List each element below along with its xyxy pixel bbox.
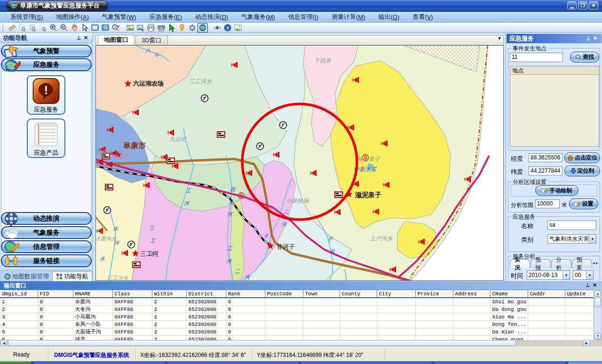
nav-group-send-doc[interactable]: 气象预警 (1, 45, 92, 57)
help-icon[interactable]: ? (222, 23, 233, 32)
green-pointer-icon[interactable] (166, 23, 177, 32)
col-header[interactable]: Provice (415, 290, 453, 298)
full-extent-icon[interactable] (90, 23, 100, 32)
col-header[interactable]: Class (112, 290, 152, 298)
print-icon[interactable] (146, 23, 156, 32)
nav-group-clouds[interactable]: 气象服务 (1, 226, 92, 239)
pointer-arrow-icon[interactable] (79, 23, 90, 32)
place-pin-icon[interactable] (177, 23, 187, 32)
menu-4[interactable]: 应急服务(E) (143, 12, 189, 22)
pin-icon[interactable]: ⊥ (75, 35, 82, 41)
refresh-view-icon[interactable] (100, 23, 111, 32)
menu-8[interactable]: 测量计算(M) (325, 12, 372, 22)
zoom-query-icon[interactable]: ? (111, 23, 121, 32)
map-tab-1[interactable]: 地图窗口 (98, 35, 135, 45)
name-input[interactable]: sa (547, 221, 596, 230)
col-header[interactable]: CAddr (528, 290, 565, 298)
menu-10[interactable]: 查看(V) (406, 12, 439, 22)
nav-group-film-reel[interactable]: 动态推演 (1, 212, 92, 225)
close-icon[interactable]: ✕ (82, 35, 89, 41)
analysis-tab-4[interactable]: 预案 (572, 259, 592, 268)
date-combo[interactable]: 2010-08-13▼ (527, 270, 570, 280)
image-tree-icon[interactable] (233, 23, 243, 32)
select-area-icon[interactable] (28, 23, 38, 32)
col-header[interactable]: Town (303, 290, 340, 298)
table-row[interactable]: 20大冬沟0XFF8626523020000Da dong gou (0, 306, 594, 313)
chevron-down-icon[interactable]: ▼ (497, 36, 502, 41)
select-box-icon[interactable] (17, 23, 28, 32)
table-row[interactable]: 60城关0XFF8526523020000Cheng guan (0, 336, 594, 340)
pin-icon[interactable]: ⊥ (585, 35, 592, 42)
lon-input[interactable]: 88.3625506 (529, 153, 562, 162)
menu-9[interactable]: 输出(O) (372, 12, 406, 22)
hour-combo[interactable]: 00▼ (573, 270, 594, 280)
col-header[interactable]: City (377, 290, 415, 298)
col-header[interactable]: Update (565, 290, 594, 298)
settings-gear-icon[interactable] (187, 23, 198, 32)
close-icon[interactable]: ✕ (592, 35, 599, 42)
col-header[interactable]: Rank (226, 290, 265, 298)
col-header[interactable]: RNAME (73, 290, 112, 298)
left-tab-globe-small[interactable]: 地图数据管理 (1, 271, 52, 281)
nav-group-globe-arrow[interactable]: 应急服务 (1, 58, 92, 71)
table-row[interactable]: 30小马厩沟0XFF8626523020000Xiao ma ... (0, 313, 594, 321)
menu-1[interactable]: 系统管理(S) (4, 12, 49, 22)
menu-6[interactable]: 气象服务(M) (235, 12, 282, 22)
bigbtn-notepad[interactable]: 应急产品 (27, 119, 65, 158)
col-header[interactable]: District (186, 290, 226, 298)
location-input[interactable]: 11 (510, 53, 563, 62)
col-header[interactable]: CName (490, 290, 528, 298)
analysis-tab-1[interactable]: 实况 (510, 259, 530, 268)
table-row[interactable]: 10水磨沟0XFF8626523020000Shui mo gou (0, 298, 594, 306)
restore-button[interactable]: ❐ (578, 1, 587, 9)
col-header[interactable]: Within (152, 290, 186, 298)
taskbar[interactable] (0, 361, 602, 364)
horizontal-scrollbar[interactable]: ◀ ▶ (0, 340, 602, 347)
eye-view-icon[interactable] (212, 23, 222, 32)
bigbtn-alert-bubble[interactable]: !应急服务 (27, 75, 65, 115)
vertical-scrollbar[interactable]: ▲ ▼ (594, 290, 602, 340)
close-button[interactable]: ✕ (589, 1, 598, 9)
close-icon[interactable]: ✕ (591, 282, 598, 289)
manual-draw-button[interactable]: 手动绘制 (535, 185, 578, 196)
map-canvas[interactable]: 六运湖农场三工河乡下西泉九运街阜康市阜康市城关镇幽谷泉子中新水库滋泥泉子小泉牧场… (95, 45, 504, 281)
minimize-button[interactable]: ▁ (567, 1, 577, 9)
col-header[interactable]: Address (453, 290, 490, 298)
menu-5[interactable]: 动态推演(D) (189, 12, 235, 22)
location-list[interactable]: 地点 (510, 66, 599, 147)
table-row[interactable]: 50大面场子沟0XFF8626523020000Da mian ... (0, 328, 594, 336)
set-range-button[interactable]: 设置 (569, 198, 598, 209)
zoom-in-icon[interactable] (48, 23, 59, 32)
analysis-tab-3[interactable]: 分析 (551, 259, 571, 268)
table-row[interactable]: 40东风一小队0XFF8626523020000Dong fen... (0, 321, 594, 328)
goto-button[interactable]: 定位到 (564, 166, 600, 176)
col-header[interactable]: PostCode (265, 290, 303, 298)
locate-button[interactable]: 点击定位 (564, 152, 600, 163)
map-layers-icon[interactable] (125, 23, 135, 32)
toolbar-grip[interactable] (2, 24, 6, 32)
left-tab-grid-color[interactable]: 功能导航 (52, 271, 92, 281)
menu-3[interactable]: 气象预警(W) (95, 12, 143, 22)
start-button[interactable] (0, 361, 31, 364)
map-tab-2[interactable]: 3D窗口 (135, 35, 168, 45)
pan-hand-icon[interactable] (69, 23, 79, 32)
lat-input[interactable]: 44.2277844 (529, 166, 562, 175)
range-input[interactable]: 10000 (535, 199, 560, 208)
globe-service-icon[interactable] (198, 23, 208, 32)
zoom-out-icon[interactable] (59, 23, 69, 32)
col-header[interactable]: County (340, 290, 377, 298)
tab-scroll-arrows[interactable]: ◂ ▸ (593, 261, 598, 265)
col-header[interactable]: dmgis_id (0, 290, 38, 298)
nav-group-globe-pencil[interactable]: 信息管理 (1, 240, 92, 253)
export-image-icon[interactable] (135, 23, 146, 32)
menu-2[interactable]: 地图操作(A) (49, 12, 95, 22)
pin-icon[interactable]: ⊥ (584, 282, 591, 289)
type-combo[interactable]: 气象和洪水灾害▼ (547, 234, 596, 244)
col-header[interactable]: FID (38, 290, 73, 298)
select-pointer-icon[interactable] (38, 23, 48, 32)
measure-ruler-icon[interactable] (7, 23, 17, 32)
print-color-icon[interactable] (156, 23, 166, 32)
analysis-tab-2[interactable]: 预报 (531, 259, 551, 268)
menu-7[interactable]: 信息管理(I) (282, 12, 325, 22)
nav-group-link-plug[interactable]: 服务链接 (1, 254, 92, 267)
